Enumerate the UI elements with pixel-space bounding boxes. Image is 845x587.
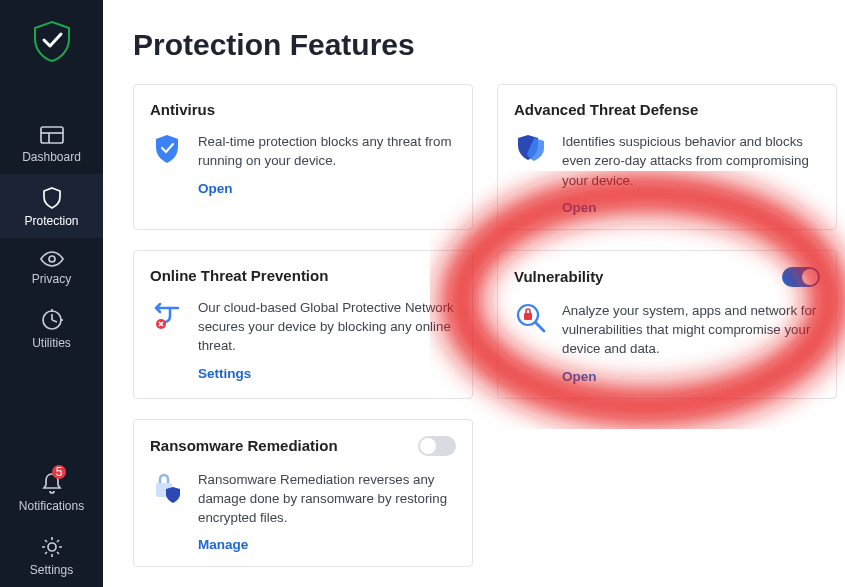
sidebar-item-privacy[interactable]: Privacy [0, 238, 103, 296]
sidebar-item-dashboard[interactable]: Dashboard [0, 112, 103, 174]
fishing-hook-icon [150, 298, 184, 332]
atd-shields-icon [514, 132, 548, 166]
card-vulnerability: Vulnerability Analyze your system, apps … [497, 250, 837, 399]
nav-label: Settings [30, 563, 73, 577]
card-desc: Real-time protection blocks any threat f… [198, 132, 456, 171]
protection-icon [41, 186, 63, 210]
sidebar-item-protection[interactable]: Protection [0, 174, 103, 238]
svg-line-6 [52, 320, 57, 322]
sidebar-item-notifications[interactable]: 5 Notifications [0, 459, 103, 523]
card-title: Ransomware Remediation [150, 437, 338, 454]
ransomware-toggle[interactable] [418, 436, 456, 456]
settings-link[interactable]: Settings [198, 366, 456, 381]
card-title: Advanced Threat Defense [514, 101, 698, 118]
privacy-icon [39, 250, 65, 268]
card-desc: Ransomware Remediation reverses any dama… [198, 470, 456, 528]
nav-label: Notifications [19, 499, 84, 513]
card-desc: Our cloud-based Global Protective Networ… [198, 298, 456, 356]
antivirus-shield-icon [150, 132, 184, 166]
lock-shield-icon [150, 470, 184, 504]
feature-cards: Antivirus Real-time protection blocks an… [133, 84, 845, 567]
card-title: Vulnerability [514, 268, 603, 285]
svg-point-3 [49, 256, 55, 262]
utilities-icon [40, 308, 64, 332]
manage-link[interactable]: Manage [198, 537, 456, 552]
card-desc: Analyze your system, apps and network fo… [562, 301, 820, 359]
nav-label: Dashboard [22, 150, 81, 164]
open-link[interactable]: Open [562, 369, 820, 384]
svg-line-12 [536, 323, 544, 331]
sidebar-item-settings[interactable]: Settings [0, 523, 103, 587]
notifications-badge: 5 [52, 465, 66, 479]
open-link[interactable]: Open [198, 181, 456, 196]
open-link[interactable]: Open [562, 200, 820, 215]
vulnerability-toggle[interactable] [782, 267, 820, 287]
card-antivirus: Antivirus Real-time protection blocks an… [133, 84, 473, 230]
card-atd: Advanced Threat Defense Identifies suspi… [497, 84, 837, 230]
card-ransomware: Ransomware Remediation Ransomware Remedi… [133, 419, 473, 568]
svg-rect-13 [524, 313, 532, 320]
nav-label: Protection [24, 214, 78, 228]
card-title: Antivirus [150, 101, 215, 118]
svg-rect-0 [41, 127, 63, 143]
sidebar-item-utilities[interactable]: Utilities [0, 296, 103, 360]
page-title: Protection Features [133, 28, 845, 62]
sidebar: Dashboard Protection Privacy Utilities [0, 0, 103, 587]
dashboard-icon [40, 124, 64, 146]
card-otp: Online Threat Prevention Our cloud-based… [133, 250, 473, 399]
card-title: Online Threat Prevention [150, 267, 328, 284]
card-desc: Identifies suspicious behavior and block… [562, 132, 820, 190]
nav-label: Utilities [32, 336, 71, 350]
nav-label: Privacy [32, 272, 71, 286]
magnifier-lock-icon [514, 301, 548, 335]
app-logo-shield [29, 18, 75, 64]
svg-point-9 [48, 543, 56, 551]
gear-icon [40, 535, 64, 559]
main-content: Protection Features Antivirus Real-time … [103, 0, 845, 587]
